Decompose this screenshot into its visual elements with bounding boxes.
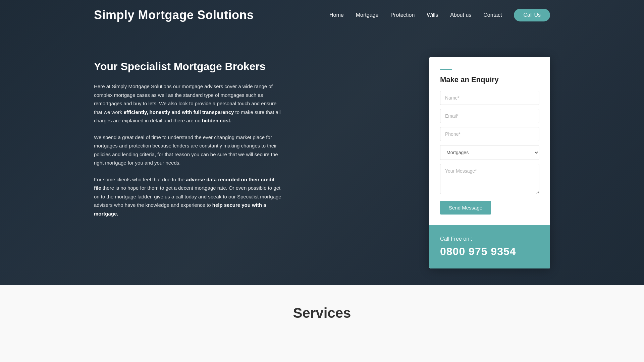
hero-title: Your Specialist Mortgage Brokers <box>94 60 282 73</box>
enquiry-accent-bar <box>440 69 452 70</box>
brand-logo[interactable]: Simply Mortgage Solutions <box>94 8 254 22</box>
hero-section: Simply Mortgage Solutions Home Mortgage … <box>0 0 644 285</box>
hero-paragraph-2: We spend a great deal of time to underst… <box>94 133 282 167</box>
navbar: Simply Mortgage Solutions Home Mortgage … <box>0 0 644 30</box>
call-number: 0800 975 9354 <box>440 245 539 258</box>
enquiry-title: Make an Enquiry <box>440 75 539 84</box>
nav-cta[interactable]: Call Us <box>514 9 550 21</box>
nav-link-wills[interactable]: Wills <box>427 12 438 18</box>
service-select[interactable]: Mortgages Protection Wills Other <box>440 145 539 160</box>
call-us-button[interactable]: Call Us <box>514 9 550 21</box>
services-title: Services <box>293 298 351 321</box>
nav-link-contact[interactable]: Contact <box>483 12 502 18</box>
phone-input[interactable] <box>440 127 539 141</box>
nav-item-contact[interactable]: Contact <box>483 12 502 18</box>
enquiry-form-section: Make an Enquiry Mortgages Protection Wil… <box>429 57 550 225</box>
nav-link-about[interactable]: About us <box>450 12 471 18</box>
call-section: Call Free on : 0800 975 9354 <box>429 225 550 268</box>
hero-p3-pre: For some clients who feel that due to th… <box>94 177 186 182</box>
hero-p1-bold2: hidden cost. <box>202 118 231 123</box>
nav-item-mortgage[interactable]: Mortgage <box>356 12 379 18</box>
hero-p1-bold: efficiently, honestly and with full tran… <box>123 109 234 115</box>
nav-item-wills[interactable]: Wills <box>427 12 438 18</box>
name-input[interactable] <box>440 91 539 105</box>
nav-item-home[interactable]: Home <box>329 12 344 18</box>
nav-link-home[interactable]: Home <box>329 12 344 18</box>
hero-content: Your Specialist Mortgage Brokers Here at… <box>0 0 644 285</box>
email-input[interactable] <box>440 109 539 123</box>
nav-link-mortgage[interactable]: Mortgage <box>356 12 379 18</box>
services-section: Services <box>0 285 644 362</box>
enquiry-card: Make an Enquiry Mortgages Protection Wil… <box>429 57 550 268</box>
call-label: Call Free on : <box>440 236 539 242</box>
nav-links: Home Mortgage Protection Wills About us … <box>329 9 550 21</box>
nav-link-protection[interactable]: Protection <box>390 12 415 18</box>
nav-item-about[interactable]: About us <box>450 12 471 18</box>
hero-paragraph-1: Here at Simply Mortgage Solutions our mo… <box>94 82 282 125</box>
hero-text: Your Specialist Mortgage Brokers Here at… <box>94 57 282 226</box>
message-textarea[interactable] <box>440 164 539 194</box>
send-message-button[interactable]: Send Message <box>440 201 491 215</box>
hero-paragraph-3: For some clients who feel that due to th… <box>94 175 282 218</box>
nav-item-protection[interactable]: Protection <box>390 12 415 18</box>
